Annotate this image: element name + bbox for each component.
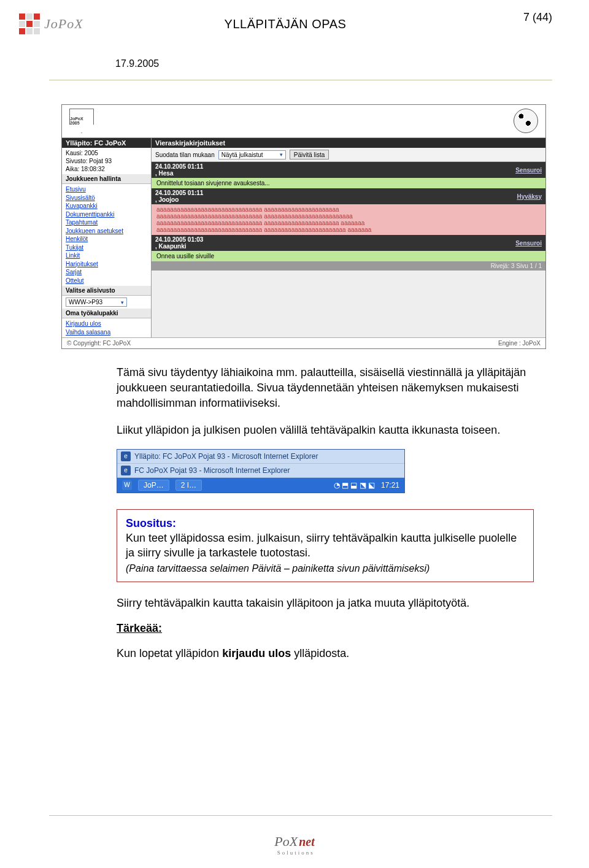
body-text: Tämä sivu täydentyy lähiaikoina mm. pala…	[61, 349, 546, 438]
action-sensuroi[interactable]: Sensuroi	[515, 240, 542, 247]
footer-engine: Engine : JoPoX	[498, 340, 541, 347]
soccer-ball-icon	[514, 109, 538, 133]
info-kausi: Kausi: 2005	[66, 149, 147, 157]
text: Kun lopetat ylläpidon	[117, 647, 222, 659]
paragraph: Liikut ylläpidon ja julkisen puolen väli…	[117, 423, 534, 438]
callout-note: (Paina tarvittaessa selaimen Päivitä – p…	[126, 563, 429, 574]
footer-divider	[49, 815, 552, 816]
entry-header: 24.10.2005 01:11 , Hesa Sensuroi	[152, 162, 545, 178]
tray-clock: 17:21	[381, 481, 399, 490]
entry-author: , Joojoo	[155, 196, 179, 203]
section-joukkueen-hallinta: Joukkueen hallinta	[62, 174, 151, 184]
page-header: JoPoX YLLÄPITÄJÄN OPAS 7 (44)	[0, 0, 589, 49]
entry-author: , Kaapunki	[155, 243, 187, 250]
info-aika: Aika: 18:08:32	[66, 165, 147, 173]
admin-screenshot: JoPoX 2005 Ylläpito: FC JoPoX Kausi: 200…	[61, 104, 546, 349]
link-vaihda-salasana[interactable]: Vaihda salasana	[66, 328, 147, 337]
text: ylläpidosta.	[291, 647, 349, 659]
nav-etusivu[interactable]: Etusivu	[66, 185, 147, 194]
section-alisivusto: Valitse alisivusto	[62, 286, 151, 296]
word-icon: W	[122, 480, 132, 490]
entry-author: , Hesa	[155, 170, 173, 177]
taskbar-tray: W JoP… 2 I… ◔ ⬒ ⬓ ⬔ ⬕ 17:21	[117, 478, 404, 493]
taskbar-button[interactable]: JoP…	[138, 480, 169, 491]
entry-header: 24.10.2005 01:03 , Kaapunki Sensuroi	[152, 235, 545, 251]
session-info: Kausi: 2005 Sivusto: Pojat 93 Aika: 18:0…	[62, 148, 151, 174]
section-tyokalupakki: Oma työkalupakki	[62, 309, 151, 318]
paragraph: Kun lopetat ylläpidon kirjaudu ulos yllä…	[117, 646, 534, 661]
titlebar: Ylläpito: FC JoPoX	[62, 138, 151, 148]
action-hyvaksy[interactable]: Hyväksy	[517, 193, 542, 200]
important-heading: Tärkeää:	[117, 622, 162, 634]
entry-timestamp: 24.10.2005 01:11	[155, 190, 203, 196]
app-footer: © Copyright: FC JoPoX Engine : JoPoX	[62, 337, 545, 348]
app-banner: JoPoX 2005	[62, 105, 545, 138]
refresh-button[interactable]: Päivitä lista	[290, 150, 329, 159]
tray-icons: ◔ ⬒ ⬓ ⬔ ⬕	[334, 481, 375, 490]
nav-linkit[interactable]: Linkit	[66, 252, 147, 260]
footer-brand-net: net	[299, 835, 315, 849]
text-bold: kirjaudu ulos	[222, 647, 291, 659]
sidebar: Ylläpito: FC JoPoX Kausi: 2005 Sivusto: …	[62, 138, 152, 337]
entry-timestamp: 24.10.2005 01:03	[155, 236, 203, 243]
nav-sivusisalto[interactable]: Sivusisältö	[66, 194, 147, 202]
nav-dokumenttipankki[interactable]: Dokumenttipankki	[66, 210, 147, 219]
nav-harjoitukset[interactable]: Harjoitukset	[66, 260, 147, 269]
taskbar-screenshot: e Ylläpito: FC JoPoX Pojat 93 - Microsof…	[117, 449, 405, 493]
logo-pixels-icon	[18, 13, 40, 35]
recommendation-callout: Suositus: Kun teet ylläpidossa esim. jul…	[117, 509, 534, 582]
nav-list: Etusivu Sivusisältö Kuvapankki Dokumentt…	[62, 184, 151, 286]
nav-kuvapankki[interactable]: Kuvapankki	[66, 202, 147, 210]
footer-logo: PoXnet Solutions	[274, 834, 314, 850]
filter-label: Suodata tilan mukaan	[155, 152, 215, 158]
ie-icon: e	[121, 466, 131, 475]
tool-links: Kirjaudu ulos Vaihda salasana	[62, 318, 151, 337]
ie-icon: e	[121, 451, 131, 461]
filter-bar: Suodata tilan mukaan Näytä julkaistut ▾ …	[152, 148, 545, 162]
nav-sarjat[interactable]: Sarjat	[66, 268, 147, 277]
paragraph: Siirry tehtäväpalkin kautta takaisin yll…	[117, 596, 534, 611]
alisivusto-select[interactable]: WWW->P93 ▾	[66, 298, 127, 307]
chevron-down-icon: ▾	[121, 299, 124, 305]
entry-body: aaaaaaaaaaaaaaaaaaaaaaaaaaaaaaa aaaaaaaa…	[152, 204, 545, 235]
footer-copyright: © Copyright: FC JoPoX	[67, 340, 131, 347]
document-date: 17.9.2005	[115, 58, 159, 69]
entry-body: Onnea uusille sivuille	[152, 251, 545, 261]
taskbar-window-public[interactable]: e FC JoPoX Pojat 93 - Microsoft Internet…	[117, 464, 404, 478]
pager: Rivejä: 3 Sivu 1 / 1	[152, 261, 545, 271]
nav-joukkueen-asetukset[interactable]: Joukkueen asetukset	[66, 227, 147, 236]
paragraph: Tämä sivu täydentyy lähiaikoina mm. pala…	[117, 365, 534, 412]
main-title: Vieraskirjakirjoitukset	[152, 138, 545, 148]
action-sensuroi[interactable]: Sensuroi	[515, 167, 542, 174]
filter-value: Näytä julkaistut	[221, 152, 263, 158]
after-text: Siirry tehtäväpalkin kautta takaisin yll…	[61, 582, 546, 662]
taskbar-window-label: Ylläpito: FC JoPoX Pojat 93 - Microsoft …	[134, 452, 318, 461]
footer-brand: PoX	[274, 834, 298, 850]
club-shield-icon: JoPoX 2005	[69, 109, 94, 133]
taskbar-window-label: FC JoPoX Pojat 93 - Microsoft Internet E…	[134, 466, 290, 475]
taskbar-window-admin[interactable]: e Ylläpito: FC JoPoX Pojat 93 - Microsof…	[117, 450, 404, 464]
header-divider	[49, 80, 552, 80]
info-sivusto: Sivusto: Pojat 93	[66, 157, 147, 165]
entry-header: 24.10.2005 01:11 , Joojoo Hyväksy	[152, 188, 545, 204]
entry-timestamp: 24.10.2005 01:11	[155, 163, 203, 170]
footer-subtitle: Solutions	[277, 850, 315, 856]
nav-henkilot[interactable]: Henkilöt	[66, 235, 147, 244]
content-area: JoPoX 2005 Ylläpito: FC JoPoX Kausi: 200…	[61, 104, 546, 672]
link-kirjaudu-ulos[interactable]: Kirjaudu ulos	[66, 320, 147, 328]
chevron-down-icon: ▾	[280, 152, 283, 158]
alisivusto-value: WWW->P93	[69, 299, 102, 305]
nav-tapahtumat[interactable]: Tapahtumat	[66, 218, 147, 227]
nav-ottelut[interactable]: Ottelut	[66, 277, 147, 285]
taskbar-button[interactable]: 2 I…	[175, 480, 202, 491]
brand-name: JoPoX	[44, 16, 83, 32]
filter-select[interactable]: Näytä julkaistut ▾	[218, 150, 286, 159]
callout-title: Suositus:	[126, 517, 176, 529]
brand-logo: JoPoX	[18, 11, 153, 37]
page-number: 7 (44)	[523, 11, 552, 24]
main-panel: Vieraskirjakirjoitukset Suodata tilan mu…	[152, 138, 545, 337]
nav-tukijat[interactable]: Tukijat	[66, 244, 147, 252]
callout-line: Kun teet ylläpidossa esim. julkaisun, si…	[126, 532, 517, 559]
entry-body: Onnittelut tosiaan sivujenne avauksesta.…	[152, 178, 545, 188]
